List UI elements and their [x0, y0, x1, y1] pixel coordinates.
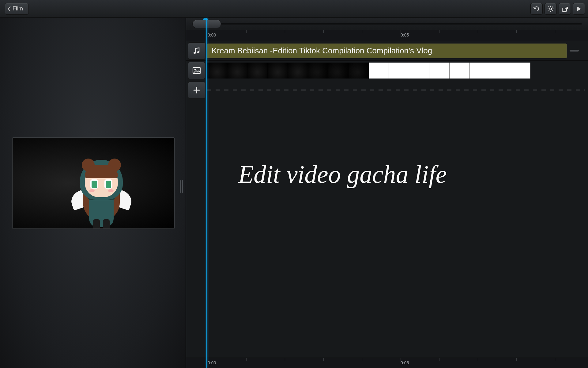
undo-button[interactable]: [530, 3, 543, 15]
back-button[interactable]: Film: [5, 3, 29, 15]
ruler-tick: [439, 358, 439, 361]
svg-point-11: [197, 51, 199, 53]
character-sprite: [74, 151, 129, 229]
ruler-label: 0:00: [208, 33, 216, 37]
undo-icon: [533, 6, 540, 12]
audio-clip[interactable]: Kream Bebiisan -Edition Tiktok Compilati…: [207, 44, 567, 58]
share-icon: [561, 6, 568, 12]
ruler-label: 0:00: [208, 360, 216, 365]
video-frame-thumb: [328, 63, 349, 79]
add-track-button[interactable]: [188, 82, 205, 99]
ruler-tick: [323, 358, 324, 361]
panel-resize-handle[interactable]: [178, 177, 185, 196]
preview-frame[interactable]: [12, 137, 175, 229]
audio-clip-title: Kream Bebiisan -Edition Tiktok Compilati…: [212, 46, 432, 56]
video-track: [186, 61, 588, 80]
ruler-tick: [285, 30, 285, 33]
ruler-label: 0:05: [401, 33, 409, 37]
video-frame-thumb: [510, 63, 530, 79]
preview-panel: [0, 18, 186, 368]
video-frame-thumb: [470, 63, 490, 79]
playhead-line[interactable]: [206, 18, 207, 368]
back-button-label: Film: [13, 6, 23, 12]
preview-content: [13, 138, 174, 228]
video-frame-thumb: [429, 63, 450, 79]
share-button[interactable]: [559, 3, 571, 15]
video-frame-thumb: [268, 63, 288, 79]
zoom-scrub-row: [186, 18, 588, 30]
add-track-row: [186, 80, 588, 100]
svg-point-14: [194, 69, 196, 70]
video-track-icon-button[interactable]: [188, 62, 205, 79]
audio-track: Kream Bebiisan -Edition Tiktok Compilati…: [186, 41, 588, 61]
ruler-tick: [246, 358, 247, 361]
ruler-tick: [285, 358, 285, 361]
video-track-body[interactable]: [207, 62, 585, 79]
svg-line-8: [552, 7, 553, 7]
svg-line-5: [548, 7, 549, 7]
video-frame-thumb: [490, 63, 510, 79]
ruler-tick: [555, 358, 555, 361]
toolbar: Film: [0, 0, 588, 18]
audio-clip-tail: [570, 50, 579, 52]
chevron-left-icon: [7, 6, 11, 12]
toolbar-right: [529, 3, 585, 15]
video-frame-thumb: [389, 63, 409, 79]
gear-icon: [547, 6, 554, 12]
video-frame-thumb: [349, 63, 369, 79]
audio-track-icon-button[interactable]: [188, 42, 205, 59]
time-ruler-top[interactable]: 0:000:05: [186, 30, 588, 41]
ruler-tick: [516, 30, 517, 33]
ruler-tick: [362, 358, 362, 361]
add-track-placeholder: [207, 90, 585, 90]
ruler-tick: [478, 30, 478, 33]
svg-point-0: [550, 8, 552, 10]
video-frame-thumb: [227, 63, 247, 79]
video-frame-thumb: [369, 63, 389, 79]
ruler-label: 0:05: [401, 360, 409, 365]
overlay-caption: Edit video gacha life: [238, 159, 576, 190]
play-icon: [576, 6, 582, 12]
video-clip-strip[interactable]: [207, 63, 567, 79]
svg-line-6: [552, 10, 553, 11]
ruler-tick: [439, 30, 439, 33]
video-frame-thumb: [288, 63, 308, 79]
video-frame-thumb: [247, 63, 268, 79]
ruler-tick: [516, 358, 517, 361]
ruler-tick: [208, 358, 208, 361]
plus-icon: [193, 86, 201, 94]
ruler-tick: [555, 30, 555, 33]
image-icon: [192, 67, 201, 74]
video-frame-thumb: [450, 63, 470, 79]
audio-track-body[interactable]: Kream Bebiisan -Edition Tiktok Compilati…: [207, 42, 585, 59]
ruler-tick: [478, 358, 478, 361]
app-root: Film: [0, 0, 588, 368]
timeline-panel: 0:000:05 Kream Bebiisan -Edition Tiktok …: [186, 18, 588, 368]
video-frame-thumb: [207, 63, 227, 79]
ruler-tick: [401, 30, 401, 33]
ruler-tick: [362, 30, 362, 33]
time-ruler-bottom[interactable]: 0:000:05: [186, 358, 588, 368]
video-frame-thumb: [409, 63, 429, 79]
ruler-tick: [246, 30, 247, 33]
ruler-tick: [401, 358, 401, 361]
ruler-tick: [208, 30, 208, 33]
zoom-track[interactable]: [208, 23, 582, 25]
ruler-tick: [323, 30, 324, 33]
music-icon: [192, 47, 201, 55]
svg-line-7: [548, 10, 549, 11]
settings-button[interactable]: [545, 3, 557, 15]
play-button[interactable]: [573, 3, 585, 15]
video-frame-thumb: [308, 63, 328, 79]
